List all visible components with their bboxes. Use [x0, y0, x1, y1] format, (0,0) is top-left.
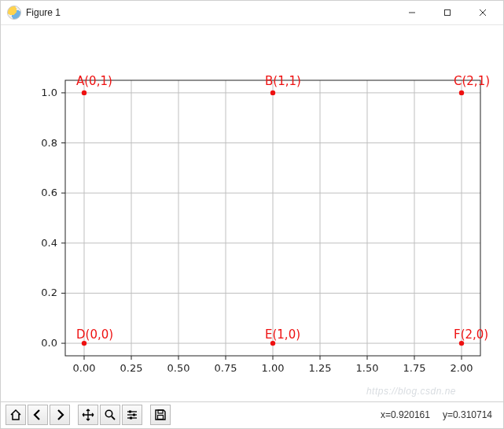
svg-rect-43 [158, 416, 164, 420]
x-ticks: 0.000.250.500.751.001.251.501.752.00 [73, 356, 473, 374]
svg-rect-40 [133, 414, 135, 416]
nav-toolbar: x=0.920161 y=0.310714 [1, 401, 503, 428]
annotation: C(2,1) [454, 73, 490, 87]
cursor-status: x=0.920161 y=0.310714 [381, 409, 498, 420]
y-ticks: 0.00.20.40.60.81.0 [41, 86, 65, 348]
close-button[interactable] [465, 2, 500, 24]
chart-svg: 0.000.250.500.751.001.251.501.752.000.00… [1, 25, 503, 401]
svg-rect-39 [129, 411, 131, 413]
annotation: F(2,0) [454, 327, 488, 342]
y-tick-label: 0.4 [41, 236, 57, 248]
figure-window: Figure 1 0.000.250.500.751.001.251.501.7… [0, 0, 504, 429]
x-tick-label: 1.50 [356, 362, 379, 374]
cursor-x: x=0.920161 [381, 409, 430, 420]
svg-point-34 [105, 411, 112, 417]
y-tick-label: 0.8 [41, 136, 57, 148]
data-point [82, 90, 86, 94]
maximize-button[interactable] [429, 2, 465, 24]
svg-line-35 [112, 416, 115, 420]
minimize-button[interactable] [394, 2, 429, 24]
x-tick-label: 0.50 [167, 362, 190, 374]
data-point [459, 90, 464, 94]
plot-canvas[interactable]: 0.000.250.500.751.001.251.501.752.000.00… [1, 25, 503, 401]
y-tick-label: 0.2 [41, 287, 57, 298]
y-tick-label: 0.0 [41, 337, 57, 349]
annotation: D(0,0) [76, 327, 113, 342]
cursor-y: y=0.310714 [443, 409, 492, 420]
configure-button[interactable] [122, 405, 142, 425]
x-tick-label: 1.00 [262, 362, 285, 374]
y-tick-label: 1.0 [41, 86, 57, 98]
y-tick-label: 0.6 [41, 187, 57, 198]
svg-rect-42 [158, 410, 163, 413]
x-tick-label: 0.75 [215, 362, 237, 374]
home-button[interactable] [6, 405, 26, 425]
annotation: B(1,1) [265, 73, 301, 87]
x-tick-label: 0.25 [120, 362, 143, 374]
x-tick-label: 1.25 [309, 362, 332, 374]
titlebar: Figure 1 [1, 1, 503, 25]
zoom-button[interactable] [100, 405, 120, 425]
save-button[interactable] [150, 405, 171, 425]
annotation: A(0,1) [76, 73, 112, 87]
annotation: E(1,0) [265, 327, 300, 342]
x-tick-label: 1.75 [403, 362, 426, 374]
x-tick-label: 0.00 [73, 362, 96, 374]
grid [65, 80, 480, 356]
svg-rect-1 [444, 9, 450, 15]
forward-button[interactable] [50, 405, 70, 425]
x-tick-label: 2.00 [451, 362, 473, 374]
window-title: Figure 1 [26, 7, 394, 18]
pan-button[interactable] [78, 405, 98, 425]
matplotlib-icon [7, 6, 21, 20]
back-button[interactable] [28, 405, 48, 425]
svg-rect-41 [130, 417, 132, 420]
data-point [270, 90, 275, 94]
